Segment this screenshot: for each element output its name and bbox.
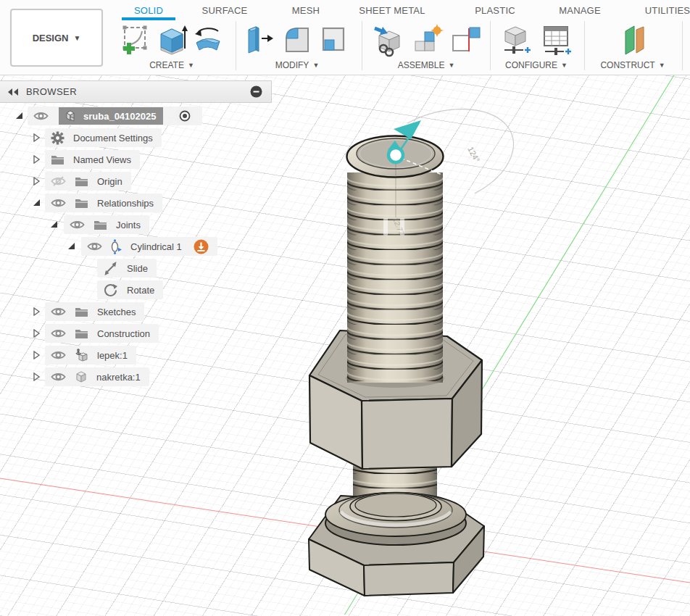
expand-arrow-collapsed[interactable] [32, 329, 41, 338]
toolbar-separator [490, 21, 491, 70]
folder-icon [93, 220, 107, 230]
root-component-selected[interactable]: sruba_04102025 [59, 107, 163, 125]
expand-arrow-collapsed[interactable] [32, 351, 41, 359]
visibility-eye-icon[interactable] [51, 372, 66, 382]
tab-solid[interactable]: SOLID [134, 5, 163, 16]
expand-arrow-collapsed[interactable] [32, 155, 41, 164]
expand-arrow-collapsed[interactable] [32, 307, 41, 316]
visibility-eye-icon[interactable] [87, 241, 102, 251]
tree-item-label: Relationships [97, 198, 154, 209]
expand-arrow-expanded[interactable] [14, 112, 23, 120]
collapse-panel-icon[interactable] [7, 88, 19, 96]
expand-arrow-collapsed[interactable] [32, 133, 41, 142]
tab-sheet-metal[interactable]: SHEET METAL [359, 5, 425, 16]
joint-origin-icon[interactable] [448, 22, 481, 57]
active-tab-underline [122, 17, 175, 20]
component-cube-icon [75, 370, 88, 383]
folder-icon [75, 198, 88, 209]
tree-item-label: Cylindrical 1 [130, 241, 182, 252]
tree-item-label: nakretka:1 [96, 372, 141, 383]
toolbar-separator [682, 21, 683, 70]
folder-icon [75, 307, 88, 317]
visibility-eye-icon[interactable] [51, 198, 66, 208]
toolbar-separator [584, 21, 585, 70]
chevron-down-icon: ▼ [659, 62, 665, 69]
construct-dropdown[interactable]: CONSTRUCT▼ [600, 60, 665, 70]
chevron-down-icon: ▼ [561, 62, 568, 69]
configure-dropdown[interactable]: CONFIGURE▼ [505, 60, 568, 70]
expand-arrow-expanded[interactable] [49, 220, 58, 229]
visibility-eye-off-icon[interactable] [51, 176, 66, 186]
shell-icon[interactable] [317, 22, 350, 57]
slide-motion-icon [103, 261, 118, 276]
minimize-panel-icon[interactable] [250, 86, 262, 98]
assemble-dropdown[interactable]: ASSEMBLE▼ [398, 60, 455, 70]
viewport-canvas[interactable]: 124° 12.77 BROWSER [0, 75, 690, 616]
design-menu-label: DESIGN [33, 33, 69, 43]
bolt-shaft[interactable] [347, 136, 444, 383]
joint-slider-handle[interactable] [383, 218, 388, 236]
tab-manage[interactable]: MANAGE [559, 5, 601, 16]
visibility-eye-icon[interactable] [51, 307, 66, 317]
visibility-eye-icon[interactable] [51, 328, 66, 338]
tree-item-label: Sketches [97, 307, 136, 317]
folder-icon [75, 176, 88, 187]
visibility-eye-icon[interactable] [33, 111, 49, 121]
construct-plane-icon[interactable] [617, 22, 650, 57]
tab-plastic[interactable]: PLASTIC [475, 5, 515, 16]
root-component-label: sruba_04102025 [83, 111, 156, 122]
tree-item-label: Joints [116, 220, 141, 230]
joint-motion-badge[interactable] [194, 239, 209, 254]
tree-item-label: Construction [97, 328, 150, 339]
design-menu-button[interactable]: DESIGN ▼ [10, 9, 103, 67]
folder-icon [51, 154, 65, 165]
browser-panel-header[interactable]: BROWSER [0, 80, 272, 103]
toolbar-separator [236, 21, 236, 70]
expand-arrow-collapsed[interactable] [32, 177, 41, 186]
expand-arrow-collapsed[interactable] [32, 372, 41, 381]
chevron-down-icon: ▼ [312, 62, 319, 69]
grounded-component-icon [75, 349, 88, 362]
assembly-icon [63, 109, 78, 122]
tree-item-label: Named Views [73, 154, 131, 165]
visibility-eye-icon[interactable] [51, 350, 66, 360]
create-sketch-icon[interactable] [118, 22, 151, 57]
revolve-icon[interactable] [191, 22, 224, 57]
extrude-icon[interactable] [155, 22, 188, 57]
insert-component-icon[interactable] [373, 22, 406, 57]
tab-utilities[interactable]: UTILITIES [645, 5, 690, 16]
folder-icon [75, 328, 88, 339]
configure-feature-icon[interactable] [499, 22, 532, 57]
browser-panel-title: BROWSER [26, 86, 77, 97]
tree-item-label: Document Settings [73, 133, 153, 143]
configuration-table-icon[interactable] [539, 22, 573, 57]
expand-arrow-expanded[interactable] [32, 199, 41, 207]
create-dropdown[interactable]: CREATE▼ [149, 60, 194, 70]
tab-mesh[interactable]: MESH [292, 5, 320, 16]
tree-item-label: lepek:1 [97, 350, 128, 361]
fillet-icon[interactable] [280, 22, 314, 57]
tree-item-label: Rotate [127, 285, 154, 296]
visibility-eye-icon[interactable] [70, 220, 85, 230]
press-pull-icon[interactable] [241, 22, 275, 57]
bottom-hex-base[interactable] [309, 493, 484, 596]
tree-item-label: Slide [127, 263, 148, 274]
rotate-motion-icon [103, 283, 118, 298]
expand-arrow-expanded[interactable] [67, 242, 75, 251]
tree-item-label: Origin [97, 176, 122, 187]
cylindrical-joint-icon [111, 239, 122, 254]
bolt-model[interactable]: 124° 12.77 [275, 109, 522, 602]
toolbar-separator [362, 21, 362, 70]
chevron-down-icon: ▼ [448, 62, 454, 69]
chevron-down-icon: ▼ [188, 62, 194, 69]
rotation-angle-label: 124° [466, 145, 481, 164]
gear-icon [51, 131, 65, 145]
tab-surface[interactable]: SURFACE [202, 5, 248, 16]
chevron-down-icon: ▼ [73, 34, 80, 42]
toolbar: DESIGN ▼ SOLID SURFACE MESH SHEET METAL … [0, 0, 690, 75]
activate-component-radio[interactable] [176, 107, 194, 125]
modify-dropdown[interactable]: MODIFY▼ [275, 60, 320, 70]
joint-icon[interactable] [410, 22, 444, 57]
